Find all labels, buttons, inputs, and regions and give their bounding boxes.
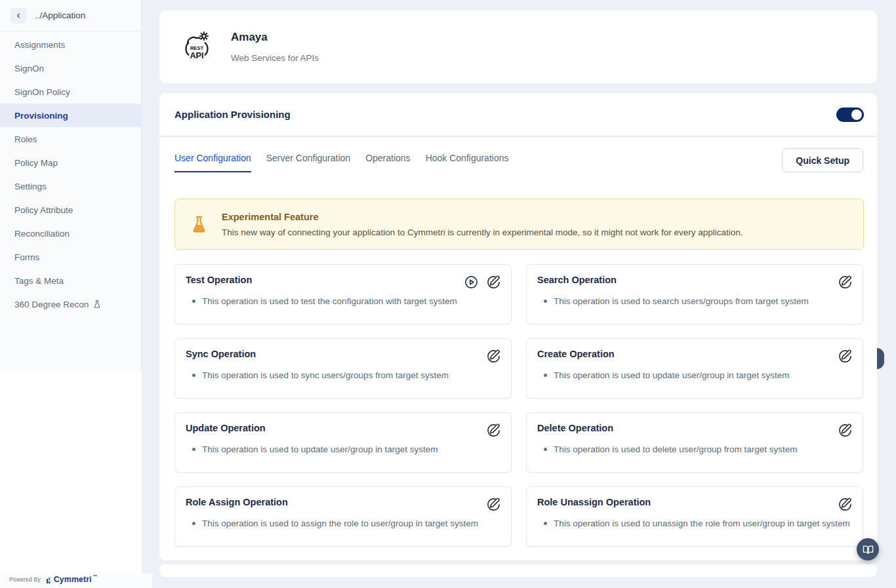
operation-description-row: This operation is used to update user/gr… [186, 444, 500, 454]
tab-label: Hook Configurations [426, 153, 509, 163]
tab-server-configuration[interactable]: Server Configuration [266, 153, 350, 172]
operation-card-delete-operation: Delete Operation This operation is used … [526, 412, 863, 473]
operation-title: Update Operation [186, 423, 500, 433]
experimental-banner: Experimental Feature This new way of con… [174, 199, 864, 250]
sidebar-item-label: Policy Map [14, 158, 58, 168]
edit-operation-button[interactable] [486, 349, 501, 364]
operation-title: Create Operation [537, 349, 852, 359]
sidebar-item-reconciliation[interactable]: Reconciliation [0, 222, 141, 245]
cymmetri-bars-icon [47, 576, 52, 583]
sidebar-item-tags-meta[interactable]: Tags & Meta [0, 269, 141, 292]
sidebar-item-label: SignOn Policy [14, 87, 70, 97]
sidebar-item-roles[interactable]: Roles [0, 127, 141, 151]
operation-card-update-operation: Update Operation This operation is used … [174, 412, 512, 473]
run-operation-button[interactable] [464, 275, 479, 290]
operation-actions [486, 349, 501, 364]
operation-title: Sync Operation [186, 349, 500, 359]
sidebar-item-360-degree-recon[interactable]: 360 Degree Recon [0, 292, 141, 316]
tab-label: Operations [365, 153, 410, 163]
bullet-icon [192, 300, 195, 303]
open-book-icon [863, 544, 874, 555]
operation-description: This operation is used to test the confi… [202, 296, 457, 306]
provisioning-toggle[interactable] [836, 108, 864, 122]
tab-label: User Configuration [174, 153, 251, 163]
sidebar-item-label: Reconciliation [14, 229, 70, 239]
operation-title: Delete Operation [537, 423, 852, 433]
operation-actions [464, 275, 501, 290]
operation-card-test-operation: Test Operation This operation is used to… [174, 264, 512, 324]
sidebar-item-signon[interactable]: SignOn [0, 56, 141, 80]
edit-operation-button[interactable] [838, 275, 853, 290]
sidebar-item-label: Assignments [14, 40, 65, 50]
operation-title: Test Operation [186, 275, 500, 285]
drawer-handle[interactable] [877, 348, 884, 369]
operation-card-role-unassign-operation: Role Unassign Operation This operation i… [526, 486, 863, 547]
sidebar-item-policy-map[interactable]: Policy Map [0, 151, 141, 174]
sidebar-header: ../Application [0, 0, 141, 31]
edit-operation-button[interactable] [838, 423, 853, 438]
sidebar-item-label: Settings [14, 182, 47, 191]
bullet-icon [192, 522, 195, 525]
bullet-icon [544, 374, 547, 377]
tab-operations[interactable]: Operations [365, 153, 410, 172]
toggle-knob [851, 109, 862, 120]
cymmetri-logo: Cymmetri ™ [47, 575, 98, 584]
operation-actions [486, 423, 501, 438]
back-button[interactable] [10, 8, 26, 24]
app-subtitle: Web Services for APIs [231, 53, 319, 63]
edit-operation-button[interactable] [486, 497, 501, 512]
sidebar-nav: Assignments SignOn SignOn Policy Provisi… [0, 31, 141, 316]
operation-title: Role Unassign Operation [537, 497, 852, 507]
operation-card-create-operation: Create Operation This operation is used … [526, 338, 863, 399]
tabs-row: User ConfigurationServer ConfigurationOp… [159, 137, 877, 172]
operation-actions [838, 349, 853, 364]
brand-name: Cymmetri [54, 575, 92, 584]
operation-description: This operation is used to update user/gr… [554, 370, 789, 380]
operation-description: This operation is used to delete user/gr… [554, 444, 797, 454]
edit-operation-button[interactable] [486, 423, 501, 438]
operation-card-role-assign-operation: Role Assign Operation This operation is … [174, 486, 512, 547]
sidebar-item-assignments[interactable]: Assignments [0, 33, 141, 56]
app-title: Amaya [231, 31, 319, 44]
sidebar-item-label: Policy Attribute [14, 205, 73, 215]
operation-description-row: This operation is used to sync users/gro… [186, 370, 500, 380]
sidebar-item-provisioning[interactable]: Provisioning [0, 104, 141, 127]
bullet-icon [192, 374, 195, 377]
edit-operation-button[interactable] [838, 349, 853, 364]
edit-operation-button[interactable] [838, 497, 853, 512]
sidebar-item-label: SignOn [14, 64, 44, 73]
next-section-edge [159, 564, 877, 577]
tab-hook-configurations[interactable]: Hook Configurations [426, 153, 509, 172]
sidebar-item-label: Provisioning [14, 111, 68, 121]
bullet-icon [192, 448, 195, 451]
quick-setup-button[interactable]: Quick Setup [782, 148, 863, 172]
powered-by-label: Powered By [9, 576, 41, 583]
sidebar-item-signon-policy[interactable]: SignOn Policy [0, 80, 141, 104]
sidebar-item-label: Tags & Meta [14, 276, 64, 286]
chevron-left-icon [14, 12, 22, 20]
app-identity: Amaya Web Services for APIs [231, 31, 319, 63]
bullet-icon [544, 448, 547, 451]
logo-text-api: API [190, 50, 203, 60]
banner-description: This new way of connecting your applicat… [222, 227, 743, 237]
edit-operation-button[interactable] [486, 275, 501, 290]
operation-description-row: This operation is used to search users/g… [537, 296, 852, 306]
sidebar-item-label: 360 Degree Recon [14, 300, 89, 309]
tab-user-configuration[interactable]: User Configuration [174, 153, 251, 172]
operation-title: Search Operation [537, 275, 852, 285]
sidebar-item-settings[interactable]: Settings [0, 174, 141, 198]
sidebar-item-policy-attribute[interactable]: Policy Attribute [0, 198, 141, 222]
operation-description-row: This operation is used to delete user/gr… [537, 444, 852, 454]
operation-title: Role Assign Operation [186, 497, 500, 507]
tab-label: Server Configuration [266, 153, 350, 163]
sidebar-item-forms[interactable]: Forms [0, 245, 141, 269]
help-fab[interactable] [857, 538, 879, 560]
operation-actions [838, 423, 853, 438]
operation-description-row: This operation is used to test the confi… [186, 296, 500, 306]
provisioning-card: Application Provisioning User Configurat… [159, 93, 877, 560]
operation-description-row: This operation is used to assign the rol… [186, 519, 500, 528]
trademark: ™ [93, 574, 98, 579]
footer: Powered By Cymmetri ™ [0, 574, 152, 588]
operation-description: This operation is used to search users/g… [554, 296, 809, 306]
bullet-icon [544, 522, 547, 525]
